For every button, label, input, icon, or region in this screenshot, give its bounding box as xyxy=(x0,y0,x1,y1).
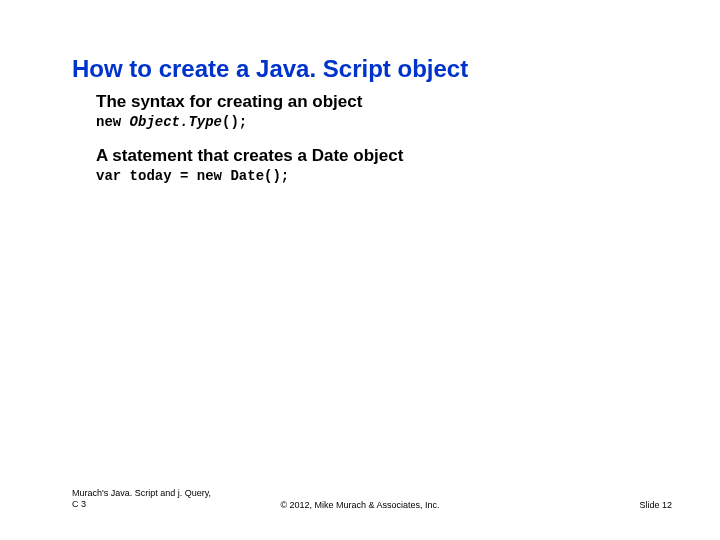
code-text: new xyxy=(96,114,130,130)
code-block: var today = new Date(); xyxy=(96,168,656,184)
code-text: var today = new Date(); xyxy=(96,168,289,184)
section-heading: A statement that creates a Date object xyxy=(96,146,656,166)
code-block: new Object.Type(); xyxy=(96,114,656,130)
code-text: (); xyxy=(222,114,247,130)
code-text: Object.Type xyxy=(130,114,222,130)
slide: How to create a Java. Script object The … xyxy=(0,0,720,540)
footer-right: Slide 12 xyxy=(639,500,672,510)
footer-center: © 2012, Mike Murach & Associates, Inc. xyxy=(0,500,720,510)
section-heading: The syntax for creating an object xyxy=(96,92,656,112)
footer: Murach's Java. Script and j. Query, C 3 … xyxy=(0,482,720,510)
slide-title: How to create a Java. Script object xyxy=(72,55,468,83)
slide-content: The syntax for creating an object new Ob… xyxy=(96,92,656,184)
footer-left-line1: Murach's Java. Script and j. Query, xyxy=(72,488,211,498)
